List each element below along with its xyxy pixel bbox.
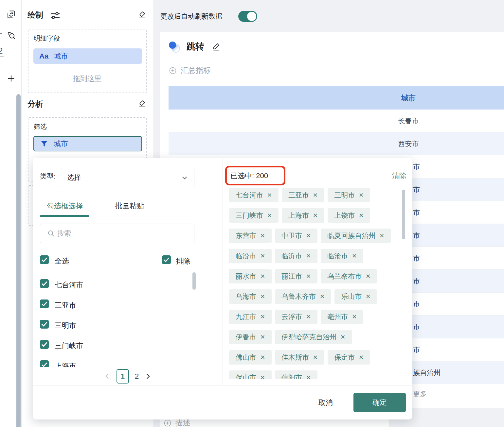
auto-refresh-toggle[interactable] <box>238 11 257 22</box>
prev-page-icon[interactable] <box>104 372 111 380</box>
selected-chip[interactable]: 丽水市 ✕ <box>229 269 272 283</box>
remove-chip-icon[interactable]: ✕ <box>359 354 364 361</box>
field-chip-city[interactable]: Aa 城市 <box>33 48 142 64</box>
dataset-sync-icon[interactable] <box>7 10 16 20</box>
remove-chip-icon[interactable]: ✕ <box>340 333 345 341</box>
tab-checkbox-select[interactable]: 勾选框选择 <box>47 201 83 211</box>
exclude-label: 排除 <box>176 256 190 266</box>
option-list-scrollbar[interactable] <box>192 272 196 290</box>
remove-chip-icon[interactable]: ✕ <box>313 354 318 361</box>
page-badge[interactable]: 2 <box>0 46 4 57</box>
clear-analysis-eraser-icon[interactable] <box>138 99 146 109</box>
selected-chip[interactable]: 保定市 ✕ <box>328 350 370 365</box>
search-document-icon[interactable] <box>7 31 16 42</box>
selected-chip[interactable]: 保山市 ✕ <box>229 370 272 379</box>
option-row[interactable]: 三明市 <box>33 315 223 335</box>
remove-chip-icon[interactable]: ✕ <box>366 293 370 300</box>
remove-chip-icon[interactable]: ✕ <box>267 212 272 219</box>
selected-chip[interactable]: 三门峡市 ✕ <box>229 208 279 223</box>
remove-chip-icon[interactable]: ✕ <box>260 374 265 379</box>
chart-type-icon <box>169 42 181 53</box>
selected-chip[interactable]: 伊春市 ✕ <box>229 330 272 344</box>
selected-chip[interactable]: 云浮市 ✕ <box>275 310 317 324</box>
option-checkbox[interactable] <box>40 299 49 308</box>
option-checkbox[interactable] <box>40 320 49 329</box>
selected-chip[interactable]: 三亚市 ✕ <box>282 188 324 202</box>
selected-chip[interactable]: 乌兰察布市 ✕ <box>321 269 377 283</box>
remove-chip-icon[interactable]: ✕ <box>359 192 364 199</box>
filter-chip-label: 城市 <box>54 139 68 149</box>
sidebar-scrollbar[interactable] <box>16 94 21 427</box>
toggle-knob <box>247 12 256 21</box>
remove-chip-icon[interactable]: ✕ <box>352 313 357 320</box>
selected-chip[interactable]: 丽江市 ✕ <box>275 269 317 283</box>
remove-chip-icon[interactable]: ✕ <box>306 252 311 260</box>
add-chart-icon[interactable] <box>7 74 16 84</box>
search-input[interactable] <box>57 224 188 243</box>
remove-chip-icon[interactable]: ✕ <box>306 232 311 239</box>
selected-chip[interactable]: 上饶市 ✕ <box>328 208 370 223</box>
remove-chip-icon[interactable]: ✕ <box>306 313 311 320</box>
chip-list-scrollbar[interactable] <box>402 190 405 239</box>
selected-chip[interactable]: 乌海市 ✕ <box>229 289 272 304</box>
remove-chip-icon[interactable]: ✕ <box>379 232 384 239</box>
tab-batch-paste[interactable]: 批量粘贴 <box>115 201 144 211</box>
clear-selection-link[interactable]: 清除 <box>392 168 406 184</box>
remove-chip-icon[interactable]: ✕ <box>260 293 265 300</box>
detail-field-dropzone[interactable]: 明细字段 Aa 城市 拖到这里 <box>28 29 147 93</box>
remove-chip-icon[interactable]: ✕ <box>306 273 311 280</box>
remove-chip-icon[interactable]: ✕ <box>313 192 318 199</box>
remove-chip-icon[interactable]: ✕ <box>352 252 357 260</box>
clear-draw-eraser-icon[interactable] <box>138 10 146 20</box>
edit-title-icon[interactable] <box>212 42 221 52</box>
remove-chip-icon[interactable]: ✕ <box>260 333 265 341</box>
page-2-button[interactable]: 2 <box>135 372 139 381</box>
page-1-button[interactable]: 1 <box>117 369 129 384</box>
selected-chip[interactable]: 七台河市 ✕ <box>229 188 279 202</box>
selected-chip[interactable]: 临汾市 ✕ <box>229 249 272 263</box>
option-row[interactable]: 三门峡市 <box>33 335 223 355</box>
selected-chip[interactable]: 九江市 ✕ <box>229 310 272 324</box>
selected-chip[interactable]: 临沧市 ✕ <box>321 249 363 263</box>
auto-refresh-label: 更改后自动刷新数据 <box>160 12 222 21</box>
option-row[interactable]: 三亚市 <box>33 294 223 315</box>
remove-chip-icon[interactable]: ✕ <box>260 313 265 320</box>
selected-chip[interactable]: 乐山市 ✕ <box>334 289 377 304</box>
next-page-icon[interactable] <box>145 372 151 380</box>
remove-chip-icon[interactable]: ✕ <box>313 212 318 219</box>
sliders-icon[interactable] <box>50 11 60 21</box>
filter-chip-city[interactable]: 城市 <box>33 136 142 151</box>
remove-chip-icon[interactable]: ✕ <box>359 212 364 219</box>
remove-chip-icon[interactable]: ✕ <box>267 192 272 199</box>
option-checkbox[interactable] <box>40 279 49 288</box>
remove-chip-icon[interactable]: ✕ <box>260 252 265 260</box>
selected-chip[interactable]: 亳州市 ✕ <box>321 310 363 324</box>
selected-chip[interactable]: 佛山市 ✕ <box>229 350 272 365</box>
selected-chip[interactable]: 临沂市 ✕ <box>275 249 317 263</box>
selected-chip[interactable]: 乌鲁木齐市 ✕ <box>275 289 331 304</box>
remove-chip-icon[interactable]: ✕ <box>260 273 265 280</box>
selected-chip[interactable]: 三明市 ✕ <box>328 188 370 202</box>
filter-group-label: 筛选 <box>34 122 47 131</box>
selected-chip[interactable]: 中卫市 ✕ <box>275 229 317 243</box>
cancel-button[interactable]: 取消 <box>309 393 342 412</box>
chart-title: 跳转 <box>187 41 204 52</box>
selected-chip[interactable]: 信阳市 ✕ <box>275 370 317 379</box>
selected-chip[interactable]: 佳木斯市 ✕ <box>275 350 324 365</box>
funnel-icon <box>41 140 48 147</box>
remove-chip-icon[interactable]: ✕ <box>306 374 311 379</box>
confirm-button[interactable]: 确定 <box>353 393 406 412</box>
remove-chip-icon[interactable]: ✕ <box>320 293 325 300</box>
selected-chip[interactable]: 伊犁哈萨克自治州 ✕ <box>275 330 352 344</box>
remove-chip-icon[interactable]: ✕ <box>260 354 265 361</box>
filter-type-select[interactable]: 选择 <box>61 168 194 187</box>
exclude-checkbox[interactable] <box>162 255 171 264</box>
selected-chip[interactable]: 上海市 ✕ <box>282 208 324 223</box>
selected-chip[interactable]: 临夏回族自治州 ✕ <box>321 229 391 243</box>
remove-chip-icon[interactable]: ✕ <box>366 273 370 280</box>
add-summary-metric[interactable]: 汇总指标 <box>169 65 211 76</box>
selected-chip[interactable]: 东营市 ✕ <box>229 229 272 243</box>
option-checkbox[interactable] <box>40 340 49 349</box>
select-all-checkbox[interactable] <box>40 255 49 264</box>
remove-chip-icon[interactable]: ✕ <box>260 232 265 239</box>
